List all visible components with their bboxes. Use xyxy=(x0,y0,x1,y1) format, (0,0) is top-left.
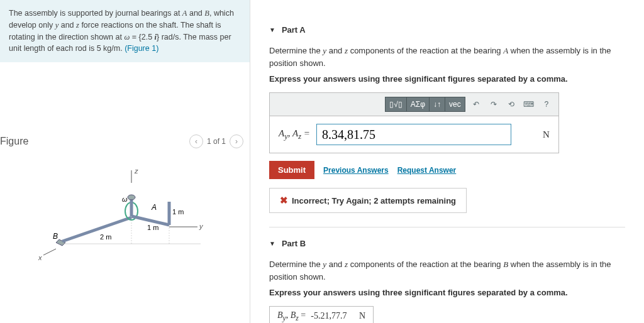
figure-pager: ‹ 1 of 1 › xyxy=(189,134,243,148)
equation-toolbar: ▯√▯ ΑΣφ ↓↑ vec ↶ ↷ ⟲ ⌨ ? xyxy=(270,93,558,116)
part-a-answer-input[interactable] xyxy=(316,124,511,145)
svg-text:z: z xyxy=(134,167,138,175)
collapse-part-b[interactable]: ▼ xyxy=(269,240,275,247)
svg-text:1 m: 1 m xyxy=(172,208,184,216)
figure-title: Figure xyxy=(0,136,28,147)
svg-text:x: x xyxy=(38,254,42,261)
tb-subscript-icon[interactable]: ↓↑ xyxy=(430,97,445,112)
svg-text:1 m: 1 m xyxy=(147,224,158,231)
svg-text:2 m: 2 m xyxy=(100,233,111,241)
svg-text:y: y xyxy=(199,222,204,230)
undo-icon[interactable]: ↶ xyxy=(469,97,483,111)
svg-text:A: A xyxy=(151,203,157,212)
part-a-prompt: Determine the y and z components of the … xyxy=(269,45,625,69)
tb-greek-icon[interactable]: ΑΣφ xyxy=(407,97,430,112)
part-b-title: Part B xyxy=(282,239,306,248)
part-b-prompt: Determine the y and z components of the … xyxy=(269,258,625,283)
problem-statement: The assembly is supported by journal bea… xyxy=(0,0,250,62)
reset-icon[interactable]: ⟲ xyxy=(504,97,518,111)
part-a-title: Part A xyxy=(282,25,306,35)
collapse-part-a[interactable]: ▼ xyxy=(269,26,275,33)
pager-next[interactable]: › xyxy=(230,134,243,148)
part-a-feedback: ✖Incorrect; Try Again; 2 attempts remain… xyxy=(269,188,467,213)
part-a-previous-answers[interactable]: Previous Answers xyxy=(323,166,389,175)
figure-link[interactable]: (Figure 1) xyxy=(125,44,158,53)
part-b-answer-display: By, Bz = -5.21,77.7 N xyxy=(269,306,374,323)
help-icon[interactable]: ? xyxy=(540,97,553,111)
keyboard-icon[interactable]: ⌨ xyxy=(522,97,536,111)
svg-text:ω: ω xyxy=(122,195,128,203)
svg-text:B: B xyxy=(53,232,58,241)
part-a-unit: N xyxy=(543,129,550,140)
tb-vec-icon[interactable]: vec xyxy=(445,97,465,112)
divider xyxy=(269,227,625,227)
svg-point-15 xyxy=(128,195,135,200)
part-a-submit-button[interactable]: Submit xyxy=(269,161,314,179)
part-b-instruct: Express your answers using three signifi… xyxy=(269,288,625,297)
pager-prev[interactable]: ‹ xyxy=(189,134,203,148)
svg-line-8 xyxy=(62,217,131,241)
tb-template-icon[interactable]: ▯√▯ xyxy=(385,97,407,112)
svg-line-0 xyxy=(43,249,56,255)
part-a-answer-label: Ay, Az = xyxy=(279,128,310,141)
figure-diagram: x z y B 2 m ω 1 m 1 m xyxy=(0,155,250,274)
part-a-request-answer[interactable]: Request Answer xyxy=(397,166,457,175)
part-a-instruct: Express your answers using three signifi… xyxy=(269,74,625,84)
redo-icon[interactable]: ↷ xyxy=(487,97,501,111)
incorrect-icon: ✖ xyxy=(280,195,288,205)
